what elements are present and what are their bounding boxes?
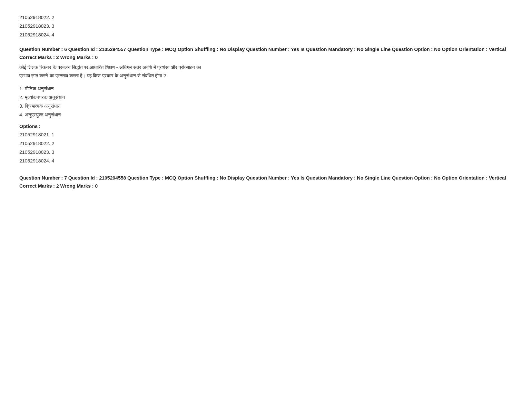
question-7-marks: Correct Marks : 2 Wrong Marks : 0 [19, 183, 513, 189]
question-6-opt-id-2: 21052918022. 2 [19, 139, 513, 148]
question-6-option-3: 3. क्रियात्मक अनुसंधान [19, 102, 513, 110]
question-6-options-label: Options : [19, 123, 513, 129]
question-7-meta: Question Number : 7 Question Id : 210529… [19, 174, 513, 182]
top-options-section: 21052918022. 2 21052918023. 3 2105291802… [19, 13, 513, 39]
top-option-1: 21052918022. 2 [19, 13, 513, 22]
question-6-option-2: 2. मूल्यांकनपरक अनुसंधान [19, 93, 513, 102]
question-6-option-4: 4. अनुप्रयुक्त अनुसंधान [19, 110, 513, 119]
question-6-opt-id-3: 21052918023. 3 [19, 148, 513, 156]
question-6-opt-id-1: 21052918021. 1 [19, 130, 513, 139]
question-6-block: Question Number : 6 Question Id : 210529… [19, 45, 513, 165]
question-6-option-list: 1. मौलिक अनुसंधान 2. मूल्यांकनपरक अनुसंध… [19, 84, 513, 119]
top-option-2: 21052918023. 3 [19, 22, 513, 30]
question-6-opt-id-4: 21052918024. 4 [19, 156, 513, 165]
question-6-meta: Question Number : 6 Question Id : 210529… [19, 45, 513, 53]
question-6-text-line2: प्रभाव ज्ञात करने का प्रस्ताव करता है। य… [19, 73, 166, 78]
question-7-block: Question Number : 7 Question Id : 210529… [19, 174, 513, 189]
question-6-text: कोई शिक्षक स्किनर के प्रबलन सिद्धांत पर … [19, 63, 513, 80]
question-6-text-line1: कोई शिक्षक स्किनर के प्रबलन सिद्धांत पर … [19, 64, 201, 70]
question-6-option-1: 1. मौलिक अनुसंधान [19, 84, 513, 93]
question-6-marks: Correct Marks : 2 Wrong Marks : 0 [19, 54, 513, 60]
top-option-3: 21052918024. 4 [19, 30, 513, 39]
question-6-options-data: 21052918021. 1 21052918022. 2 2105291802… [19, 130, 513, 165]
